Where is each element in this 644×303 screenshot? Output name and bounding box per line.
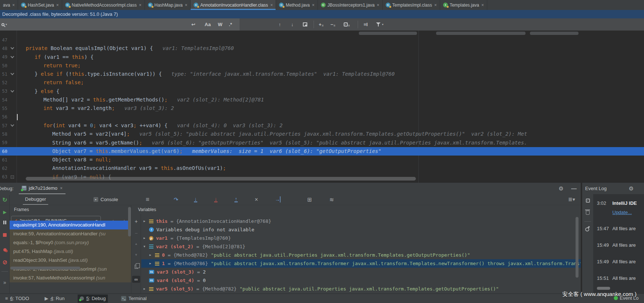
debugger-tab-Debugger[interactable]: Debugger [23, 194, 48, 205]
tab-HashMap.java[interactable]: CHashMap.java× [145, 0, 191, 10]
hamburger-menu-icon[interactable]: ≡ [146, 194, 149, 205]
tree-collapsed-icon[interactable]: ▶ [144, 236, 149, 240]
variables-vertical-scrollbar[interactable] [576, 217, 578, 278]
event-log-gear-icon[interactable]: ⚙ [629, 183, 634, 194]
tab-Method.java[interactable]: CMethod.java× [276, 0, 318, 10]
update-link[interactable]: Update... [612, 210, 632, 215]
terminal-tab[interactable]: ›_Terminal [119, 295, 149, 303]
code-line-51[interactable]: 51} else if (!this.type.isInstance(var1)… [0, 70, 644, 78]
debugger-tab-Console[interactable]: ▸Console [91, 194, 120, 205]
tab-JBossInterceptors1.java[interactable]: CJBossInterceptors1.java× [318, 0, 383, 10]
select-all-occurrences-icon[interactable]: ✓II [344, 18, 350, 31]
variable-row[interactable]: 01var3 (slot_3) = 2 [141, 268, 581, 276]
close-icon[interactable]: × [12, 3, 15, 7]
step-into-icon[interactable]: ↓ [194, 194, 197, 205]
restore-layout-icon[interactable]: ≣▾ [568, 194, 575, 205]
code-line-61[interactable]: 61Object var8 = null; [0, 156, 644, 164]
stack-frame-row[interactable]: equals:-1, $Proxy0 (com.sun.proxy) [10, 238, 131, 247]
preserve-case-icon[interactable]: ≡I [364, 18, 368, 31]
tree-collapsed-icon[interactable]: ▶ [149, 253, 155, 257]
editor-horizontal-scrollbar[interactable] [26, 177, 416, 181]
mute-breakpoints-icon[interactable] [0, 260, 10, 264]
close-icon[interactable]: × [56, 3, 59, 7]
tab-AnnotationInvocationHandler.class[interactable]: CAnnotationInvocationHandler.class× [191, 0, 276, 10]
mark-all-read-icon[interactable]: ✓ [582, 199, 593, 203]
code-line-55[interactable]: 55int var3 = var2.length;var3 (slot_3): … [0, 104, 644, 113]
event-log-scrollbar[interactable] [597, 287, 610, 290]
clear-log-trash-icon[interactable] [582, 210, 593, 215]
todo-tab[interactable]: ≡6: TODO [3, 295, 31, 303]
stack-frame-row[interactable]: invoke:57, NativeMethodAccessorImpl (sun [10, 274, 131, 282]
event-log-entry[interactable]: 15:49All files are [597, 259, 644, 264]
fold-gutter[interactable] [7, 48, 17, 49]
code-line-54[interactable]: 54Method[] var2 = this.getMemberMethods(… [0, 96, 644, 104]
code-line-56[interactable]: 56 [0, 113, 644, 121]
stack-frame-row[interactable]: invoke:59, AnnotationInvocationHandler (… [10, 229, 131, 238]
close-icon[interactable]: × [434, 3, 437, 7]
tree-collapsed-icon[interactable]: ▶ [144, 220, 149, 223]
code-line-60[interactable]: 60Object var7 = this.memberValues.get(va… [0, 147, 644, 156]
find-field-area[interactable] [0, 18, 240, 31]
code-line-58[interactable]: 58Method var5 = var2[var4];var5 (slot_5)… [0, 130, 644, 138]
tree-expanded-icon[interactable]: ▼ [144, 245, 149, 248]
event-log-entry[interactable]: 3:02IntelliJ IDE [597, 200, 644, 206]
whole-words-icon[interactable]: W [218, 18, 222, 31]
fold-gutter[interactable] [7, 175, 17, 179]
regex-icon[interactable]: .* [229, 18, 232, 31]
close-icon[interactable]: × [60, 186, 63, 190]
run-tab[interactable]: ▶4: Run [42, 295, 67, 303]
frames-vertical-scrollbar[interactable] [128, 207, 131, 236]
variable-row[interactable]: ▶this = {AnnotationInvocationHandler@768… [141, 217, 581, 225]
close-icon[interactable]: × [139, 3, 142, 7]
resume-icon[interactable]: ▶ [0, 210, 10, 215]
tree-collapsed-icon[interactable]: ▶ [149, 262, 155, 265]
frames-horizontal-scrollbar[interactable] [10, 267, 80, 270]
close-icon[interactable]: × [185, 3, 187, 7]
tab-TemplatesImpl.class[interactable]: CTemplatesImpl.class× [383, 0, 440, 10]
settings-layers-icon[interactable]: ≋ [329, 194, 334, 205]
run-to-cursor-icon[interactable]: →▏ [275, 194, 284, 205]
tab-HashSet.java[interactable]: CHashSet.java× [18, 0, 62, 10]
stack-frame-row[interactable]: readObject:309, HashSet (java.util) [10, 256, 131, 265]
prev-occurrence-icon[interactable]: ↑ [279, 18, 281, 31]
variable-row[interactable]: ▶0 = {Method@782} "public abstract java.… [141, 251, 581, 259]
debug-tab[interactable]: 5: Debug [78, 295, 108, 303]
close-icon[interactable]: × [270, 3, 273, 7]
variable-row[interactable]: 01var4 (slot_4) = 0 [141, 276, 581, 285]
variable-row[interactable]: iVariables debug info not available [141, 225, 581, 234]
tree-collapsed-icon[interactable]: ▶ [144, 287, 149, 290]
view-breakpoints-icon[interactable] [0, 248, 10, 252]
next-occurrence-icon[interactable]: ↓ [291, 18, 294, 31]
copy-watch-icon[interactable] [131, 265, 141, 269]
tab-NativeMethodAccessorImpl.class[interactable]: CNativeMethodAccessorImpl.class× [62, 0, 145, 10]
code-line-49[interactable]: 49if (var1 == this) { [0, 53, 644, 61]
add-watch-icon[interactable]: + [131, 218, 141, 224]
tab-Templates.java[interactable]: ITemplates.java× [440, 0, 487, 10]
hidden-actions-icon[interactable]: » [0, 279, 10, 285]
debug-session-tab[interactable]: jdk7u21demo × [19, 183, 66, 194]
tab-ava[interactable]: ava× [0, 0, 18, 10]
evaluate-expression-icon[interactable]: ⊞ [307, 194, 312, 205]
variable-row[interactable]: ▶var5 (slot_5) = {Method@782} "public ab… [141, 285, 581, 293]
close-icon[interactable]: × [377, 3, 379, 7]
move-watch-down-icon[interactable]: ▼ [131, 253, 141, 257]
add-occurrence-icon[interactable]: +II [319, 18, 323, 31]
step-over-icon[interactable]: ↷ [174, 194, 178, 205]
rerun-icon[interactable]: ↻ [0, 196, 10, 203]
code-line-48[interactable]: 48private Boolean equalsImpl(Object var1… [0, 44, 644, 53]
move-watch-up-icon[interactable]: ▲ [131, 242, 141, 246]
code-line-50[interactable]: 50return true; [0, 61, 644, 70]
code-line-52[interactable]: 52return false; [0, 78, 644, 87]
remove-watch-icon[interactable]: − [131, 230, 141, 236]
event-log-settings-wrench-icon[interactable] [582, 225, 593, 229]
drop-frame-icon[interactable]: × [255, 194, 258, 205]
code-line-57[interactable]: 57for(int var4 = 0; var4 < var3; ++var4)… [0, 121, 644, 130]
event-log-entry[interactable]: 15:47All files are [597, 226, 644, 231]
fold-gutter[interactable] [7, 125, 17, 126]
stop-icon[interactable] [0, 233, 10, 237]
close-icon[interactable]: × [481, 3, 484, 7]
code-editor[interactable]: 4748private Boolean equalsImpl(Object va… [0, 31, 644, 183]
search-icon[interactable]: ▾ [1, 18, 7, 31]
step-out-icon[interactable]: ↑ [234, 194, 238, 205]
find-in-selection-icon[interactable] [303, 18, 307, 31]
